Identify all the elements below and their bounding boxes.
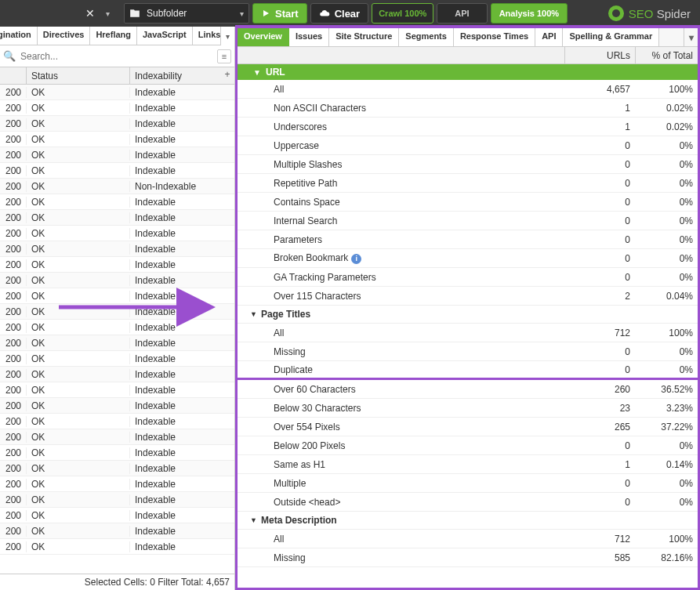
table-row[interactable]: 200OKIndexable <box>0 523 234 539</box>
table-row[interactable]: 200OKIndexable <box>0 100 234 116</box>
table-row[interactable]: 200OKIndexable <box>0 226 234 241</box>
table-row[interactable]: 200OKIndexable <box>0 163 234 179</box>
overview-row[interactable]: Over 60 Characters26036.52% <box>238 380 698 399</box>
row-label: Underscores <box>238 121 564 132</box>
row-label: All <box>238 534 564 545</box>
start-button[interactable]: Start <box>252 3 307 24</box>
right-panel: OverviewIssuesSite StructureSegmentsResp… <box>235 27 700 590</box>
section-header[interactable]: ▼Meta Description <box>238 512 698 530</box>
filter-button[interactable]: ≡ <box>217 49 231 63</box>
col-pct[interactable]: % of Total <box>635 47 698 63</box>
table-row[interactable]: 200OKIndexable <box>0 335 234 351</box>
table-row[interactable]: 200OKIndexable <box>0 304 234 320</box>
overview-row[interactable]: GA Tracking Parameters00% <box>238 268 698 287</box>
cell-code: 200 <box>0 385 27 396</box>
table-row[interactable]: 200OKIndexable <box>0 210 234 226</box>
table-row[interactable]: 200OKIndexable <box>0 241 234 257</box>
tab-segments[interactable]: Segments <box>399 28 454 46</box>
row-label: Internal Search <box>238 215 564 226</box>
table-row[interactable]: 200OKIndexable <box>0 398 234 414</box>
tab-spelling-grammar[interactable]: Spelling & Grammar <box>563 28 659 46</box>
overview-row[interactable]: Uppercase00% <box>238 136 698 155</box>
table-row[interactable]: 200OKIndexable <box>0 461 234 476</box>
overview-row[interactable]: Underscores10.02% <box>238 118 698 136</box>
table-row[interactable]: 200OKIndexable <box>0 492 234 508</box>
row-pct: 0% <box>635 215 698 226</box>
col-indexability[interactable]: Indexability + <box>130 67 234 84</box>
overview-row[interactable]: Duplicate00% <box>238 361 698 380</box>
tab-gination[interactable]: gination <box>0 27 38 45</box>
overview-row[interactable]: Over 115 Characters20.04% <box>238 287 698 306</box>
tab-issues[interactable]: Issues <box>289 28 329 46</box>
table-row[interactable]: 200OKIndexable <box>0 132 234 147</box>
overview-row[interactable]: All4,657100% <box>238 80 698 99</box>
overview-row[interactable]: Internal Search00% <box>238 212 698 230</box>
left-tabs-overflow[interactable]: ▾ <box>220 27 234 45</box>
api-button[interactable]: API <box>437 3 487 24</box>
overview-row[interactable]: All712100% <box>238 324 698 342</box>
tab-directives[interactable]: Directives <box>38 27 91 45</box>
info-icon[interactable]: i <box>351 254 361 264</box>
table-row[interactable]: 200OKIndexable <box>0 288 234 304</box>
cell-code: 200 <box>0 510 27 521</box>
table-row[interactable]: 200OKIndexable <box>0 320 234 335</box>
overview-row[interactable]: Contains Space00% <box>238 193 698 212</box>
overview-row[interactable]: Same as H110.14% <box>238 455 698 474</box>
table-row[interactable]: 200OKIndexable <box>0 445 234 461</box>
col-urls[interactable]: URLs <box>564 47 635 63</box>
overview-row[interactable]: Missing00% <box>238 342 698 361</box>
table-row[interactable]: 200OKIndexable <box>0 147 234 163</box>
overview-body[interactable]: ▼URLAll4,657100%Non ASCII Characters10.0… <box>238 64 698 588</box>
overview-row[interactable]: All712100% <box>238 530 698 548</box>
overview-row[interactable]: Below 200 Pixels00% <box>238 436 698 455</box>
analysis-progress[interactable]: Analysis 100% <box>491 3 568 24</box>
table-row[interactable]: 200OKIndexable <box>0 194 234 210</box>
table-row[interactable]: 200OKIndexable <box>0 508 234 523</box>
overview-row[interactable]: Multiple00% <box>238 474 698 493</box>
overview-row[interactable]: Multiple Slashes00% <box>238 155 698 174</box>
table-row[interactable]: 200OKIndexable <box>0 429 234 445</box>
add-column-icon[interactable]: + <box>222 69 233 80</box>
crawl-mode-dropdown[interactable]: Subfolder ▾ <box>124 3 249 24</box>
overview-row[interactable]: Non ASCII Characters10.02% <box>238 99 698 118</box>
table-row[interactable]: 200OKIndexable <box>0 257 234 273</box>
close-tab-icon[interactable]: ✕ <box>81 5 100 21</box>
search-input[interactable] <box>19 49 214 63</box>
clear-button[interactable]: Clear <box>310 3 369 24</box>
tab-site-structure[interactable]: Site Structure <box>329 28 399 46</box>
row-label: All <box>238 328 564 338</box>
section-header[interactable]: ▼Page Titles <box>238 306 698 324</box>
tab-response-times[interactable]: Response Times <box>454 28 535 46</box>
row-label: Duplicate <box>238 364 564 375</box>
overview-row[interactable]: Broken Bookmarki00% <box>238 249 698 268</box>
table-row[interactable]: 200OKIndexable <box>0 351 234 367</box>
overview-row[interactable]: Repetitive Path00% <box>238 174 698 193</box>
table-row[interactable]: 200OKIndexable <box>0 367 234 382</box>
tab-api[interactable]: API <box>535 28 563 46</box>
section-header-url[interactable]: ▼URL <box>238 64 698 80</box>
crawl-progress[interactable]: Crawl 100% <box>372 3 433 24</box>
table-row[interactable]: 200OKIndexable <box>0 116 234 132</box>
overview-row[interactable]: Outside <head>00% <box>238 493 698 512</box>
tab-hreflang[interactable]: Hreflang <box>90 27 137 45</box>
overview-row[interactable]: Parameters00% <box>238 230 698 249</box>
cell-code: 200 <box>0 118 27 129</box>
table-row[interactable]: 200OKIndexable <box>0 539 234 555</box>
tab-javascript[interactable]: JavaScript <box>137 27 193 45</box>
grid-body[interactable]: 200OKIndexable200OKIndexable200OKIndexab… <box>0 85 234 574</box>
table-row[interactable]: 200OKIndexable <box>0 273 234 288</box>
overview-row[interactable]: Missing58582.16% <box>238 548 698 567</box>
tab-caret-icon[interactable]: ▾ <box>103 8 113 20</box>
cell-code: 200 <box>0 87 27 98</box>
right-tabs-overflow[interactable]: ▾ <box>684 28 698 46</box>
overview-row[interactable]: Below 30 Characters233.23% <box>238 399 698 418</box>
table-row[interactable]: 200OKIndexable <box>0 85 234 100</box>
tab-overview[interactable]: Overview <box>238 28 289 46</box>
col-status[interactable]: Status <box>27 67 130 84</box>
table-row[interactable]: 200OKIndexable <box>0 414 234 429</box>
overview-row[interactable]: Over 554 Pixels26537.22% <box>238 418 698 436</box>
cell-index: Indexable <box>130 244 234 255</box>
table-row[interactable]: 200OKNon-Indexable <box>0 179 234 194</box>
table-row[interactable]: 200OKIndexable <box>0 476 234 492</box>
table-row[interactable]: 200OKIndexable <box>0 382 234 398</box>
